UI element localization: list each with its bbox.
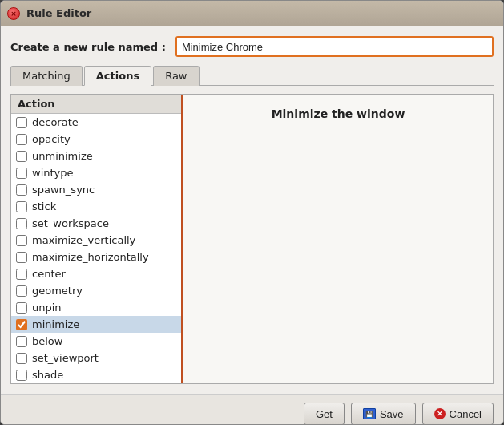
action-item[interactable]: unminimize [11, 148, 181, 164]
get-button[interactable]: Get [304, 403, 345, 425]
action-item[interactable]: maximize_horizontally [11, 249, 181, 265]
get-label: Get [316, 408, 333, 420]
action-checkbox[interactable] [16, 353, 27, 364]
tab-matching[interactable]: Matching [10, 66, 83, 86]
action-item[interactable]: minimize [11, 316, 181, 333]
action-item[interactable]: stick [11, 198, 181, 215]
action-item[interactable]: set_workspace [11, 215, 181, 232]
action-checkbox[interactable] [16, 302, 27, 314]
action-label: set_workspace [32, 217, 109, 229]
action-label: minimize [32, 318, 79, 330]
action-label: wintype [32, 167, 74, 179]
rule-name-input[interactable] [175, 36, 494, 57]
action-label: maximize_vertically [32, 234, 135, 246]
action-label: opacity [32, 133, 71, 145]
action-checkbox[interactable] [16, 235, 27, 246]
action-label: spawn_sync [32, 184, 95, 196]
action-checkbox[interactable] [16, 201, 27, 212]
window-title: Rule Editor [26, 7, 91, 19]
action-checkbox[interactable] [16, 269, 27, 280]
close-button[interactable]: × [7, 7, 20, 20]
action-checkbox[interactable] [16, 336, 27, 347]
action-label: geometry [32, 285, 83, 297]
action-label: center [32, 268, 66, 280]
action-checkbox[interactable] [16, 134, 27, 145]
tab-raw[interactable]: Raw [153, 66, 199, 86]
action-checkbox[interactable] [16, 285, 27, 297]
panels-container: Action decorateopacityunminimizewintypes… [10, 94, 494, 384]
save-button[interactable]: 💾 Save [351, 403, 416, 425]
action-label: stick [32, 200, 56, 212]
action-item[interactable]: decorate [11, 114, 181, 131]
cancel-icon: ✕ [434, 408, 446, 419]
action-item[interactable]: maximize_vertically [11, 232, 181, 249]
action-checkbox[interactable] [16, 218, 27, 229]
action-item[interactable]: spawn_sync [11, 181, 181, 198]
action-item[interactable]: opacity [11, 131, 181, 148]
action-item[interactable]: below [11, 333, 181, 350]
titlebar: × Rule Editor [1, 1, 503, 26]
name-label: Create a new rule named : [10, 41, 166, 53]
content-area: Create a new rule named : Matching Actio… [1, 26, 503, 394]
close-icon: × [10, 10, 17, 18]
action-label: set_viewport [32, 352, 99, 364]
action-items-container: decorateopacityunminimizewintypespawn_sy… [11, 114, 181, 383]
tab-actions[interactable]: Actions [84, 66, 151, 86]
cancel-button[interactable]: ✕ Cancel [422, 403, 494, 425]
action-label: maximize_horizontally [32, 251, 149, 263]
action-detail-title: Minimize the window [272, 107, 405, 120]
action-list-header: Action [11, 95, 181, 114]
action-item[interactable]: unpin [11, 299, 181, 316]
action-checkbox[interactable] [16, 168, 27, 179]
tabs-bar: Matching Actions Raw [10, 65, 494, 86]
action-list-panel: Action decorateopacityunminimizewintypes… [11, 95, 183, 383]
action-item[interactable]: set_viewport [11, 350, 181, 366]
name-row: Create a new rule named : [10, 36, 494, 57]
action-label: shade [32, 369, 63, 381]
action-label: below [32, 335, 62, 347]
action-checkbox[interactable] [16, 151, 27, 162]
action-label: unpin [32, 302, 62, 314]
action-label: decorate [32, 116, 79, 128]
action-checkbox[interactable] [16, 370, 27, 381]
action-checkbox[interactable] [16, 117, 27, 128]
cancel-label: Cancel [450, 408, 482, 420]
action-checkbox[interactable] [16, 319, 27, 330]
action-item[interactable]: geometry [11, 282, 181, 299]
footer: Get 💾 Save ✕ Cancel [1, 394, 503, 425]
action-label: unminimize [32, 150, 93, 162]
action-checkbox[interactable] [16, 184, 27, 196]
save-label: Save [380, 408, 404, 420]
rule-editor-dialog: × Rule Editor Create a new rule named : … [0, 0, 504, 425]
action-checkbox[interactable] [16, 252, 27, 263]
action-item[interactable]: center [11, 265, 181, 282]
action-item[interactable]: wintype [11, 164, 181, 181]
action-detail-panel: Minimize the window [183, 95, 493, 383]
action-item[interactable]: shade [11, 366, 181, 383]
save-icon: 💾 [363, 408, 376, 419]
